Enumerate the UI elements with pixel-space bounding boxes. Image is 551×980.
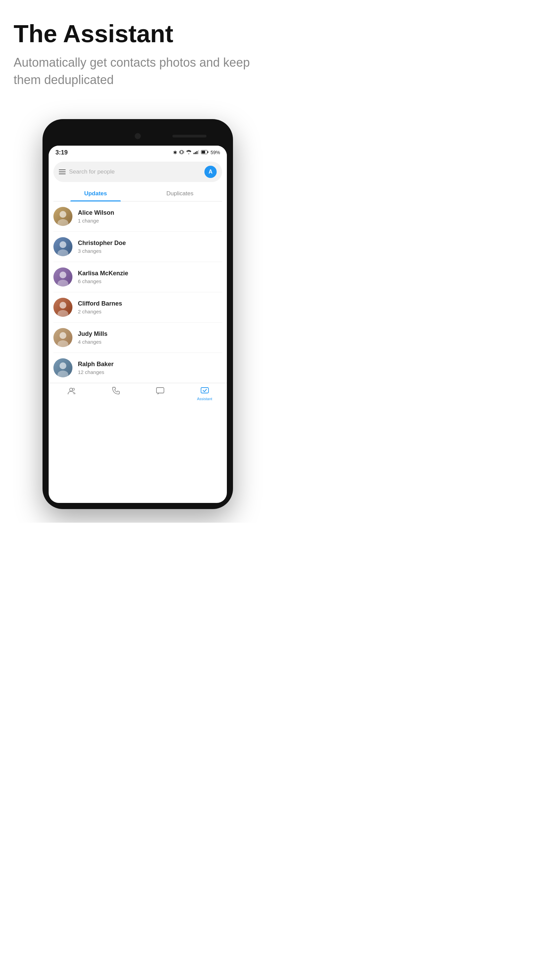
avatar-alice-wilson (53, 207, 73, 226)
phone-container: 3:19 ✱ (0, 119, 275, 523)
contact-name-karlisa-mckenzie: Karlisa McKenzie (78, 270, 222, 277)
page-subtitle: Automatically get contacts photos and ke… (14, 54, 262, 89)
phone-frame: 3:19 ✱ (43, 119, 233, 509)
svg-rect-6 (198, 150, 199, 154)
search-bar[interactable]: Search for people A (53, 162, 222, 182)
contact-changes-alice-wilson: 1 change (78, 218, 222, 224)
contact-name-alice-wilson: Alice Wilson (78, 209, 222, 216)
svg-rect-9 (208, 151, 208, 153)
phone-icon (111, 387, 120, 395)
svg-rect-5 (197, 151, 198, 154)
svg-rect-24 (156, 388, 164, 393)
wifi-icon (186, 150, 192, 155)
tabs-container: Updates Duplicates (53, 185, 222, 202)
contact-item-christopher-doe[interactable]: Christopher Doe 3 changes (53, 232, 222, 262)
search-placeholder[interactable]: Search for people (69, 169, 201, 175)
svg-point-10 (60, 211, 66, 218)
avatar-ralph-baker (53, 358, 73, 377)
menu-icon[interactable] (59, 169, 66, 174)
svg-point-22 (69, 388, 73, 391)
bluetooth-icon: ✱ (173, 150, 177, 155)
svg-point-14 (60, 272, 66, 278)
contact-item-judy-mills[interactable]: Judy Mills 4 changes (53, 323, 222, 353)
svg-point-17 (57, 310, 68, 317)
status-bar: 3:19 ✱ (49, 146, 227, 158)
svg-point-15 (57, 280, 68, 286)
contact-item-alice-wilson[interactable]: Alice Wilson 1 change (53, 202, 222, 232)
nav-item-messages[interactable] (138, 387, 182, 401)
contact-info-alice-wilson: Alice Wilson 1 change (78, 209, 222, 224)
phone-screen: 3:19 ✱ (49, 146, 227, 503)
contacts-icon (67, 387, 76, 395)
menu-line-2 (59, 172, 66, 172)
contact-name-christopher-doe: Christopher Doe (78, 240, 222, 247)
nav-item-phone[interactable] (93, 387, 138, 401)
contact-changes-christopher-doe: 3 changes (78, 248, 222, 254)
svg-point-12 (60, 241, 66, 248)
phone-notch (49, 129, 227, 143)
tab-duplicates[interactable]: Duplicates (138, 185, 222, 201)
avatar-judy-mills (53, 328, 73, 347)
contact-info-clifford-barnes: Clifford Barnes 2 changes (78, 300, 222, 314)
contact-changes-ralph-baker: 12 changes (78, 369, 222, 375)
svg-point-11 (57, 219, 68, 226)
nav-item-assistant[interactable]: Assistant (182, 387, 227, 401)
chat-icon (156, 387, 165, 395)
contact-changes-judy-mills: 4 changes (78, 339, 222, 345)
contact-changes-clifford-barnes: 2 changes (78, 309, 222, 314)
nav-label-assistant: Assistant (197, 397, 212, 401)
page-header: The Assistant Automatically get contacts… (0, 0, 275, 99)
menu-line-3 (59, 173, 66, 174)
avatar-christopher-doe (53, 237, 73, 256)
contact-item-clifford-barnes[interactable]: Clifford Barnes 2 changes (53, 292, 222, 323)
contact-info-karlisa-mckenzie: Karlisa McKenzie 6 changes (78, 270, 222, 284)
contact-info-judy-mills: Judy Mills 4 changes (78, 331, 222, 345)
svg-point-20 (60, 363, 66, 369)
contact-info-ralph-baker: Ralph Baker 12 changes (78, 361, 222, 375)
assistant-icon (200, 387, 209, 395)
bottom-nav: Assistant (49, 383, 227, 406)
status-time: 3:19 (56, 149, 68, 156)
svg-point-21 (57, 371, 68, 377)
svg-rect-4 (195, 152, 196, 154)
contact-name-clifford-barnes: Clifford Barnes (78, 300, 222, 307)
contact-name-judy-mills: Judy Mills (78, 331, 222, 337)
svg-rect-0 (181, 150, 183, 154)
phone-camera (135, 133, 141, 139)
svg-point-19 (57, 340, 68, 347)
tab-updates[interactable]: Updates (53, 185, 138, 201)
page-title: The Assistant (14, 21, 262, 47)
svg-rect-25 (201, 388, 208, 393)
signal-icon (194, 150, 199, 155)
contact-item-karlisa-mckenzie[interactable]: Karlisa McKenzie 6 changes (53, 262, 222, 292)
svg-point-18 (60, 332, 66, 339)
contact-item-ralph-baker[interactable]: Ralph Baker 12 changes (53, 353, 222, 383)
phone-speaker (172, 135, 206, 137)
contact-list: Alice Wilson 1 change Christopher Doe (49, 202, 227, 383)
svg-point-16 (60, 302, 66, 309)
contact-changes-karlisa-mckenzie: 6 changes (78, 278, 222, 284)
vibrate-icon (179, 150, 184, 156)
avatar-karlisa-mckenzie (53, 267, 73, 286)
status-icons: ✱ (173, 150, 220, 156)
svg-rect-8 (202, 151, 205, 153)
avatar-clifford-barnes (53, 298, 73, 317)
nav-item-contacts[interactable] (49, 387, 93, 401)
battery-percentage: 59% (211, 150, 220, 155)
svg-rect-3 (194, 153, 195, 154)
battery-icon (201, 150, 208, 155)
contact-info-christopher-doe: Christopher Doe 3 changes (78, 240, 222, 254)
svg-point-13 (57, 250, 68, 256)
user-avatar-button[interactable]: A (205, 166, 217, 178)
menu-line-1 (59, 169, 66, 170)
contact-name-ralph-baker: Ralph Baker (78, 361, 222, 368)
